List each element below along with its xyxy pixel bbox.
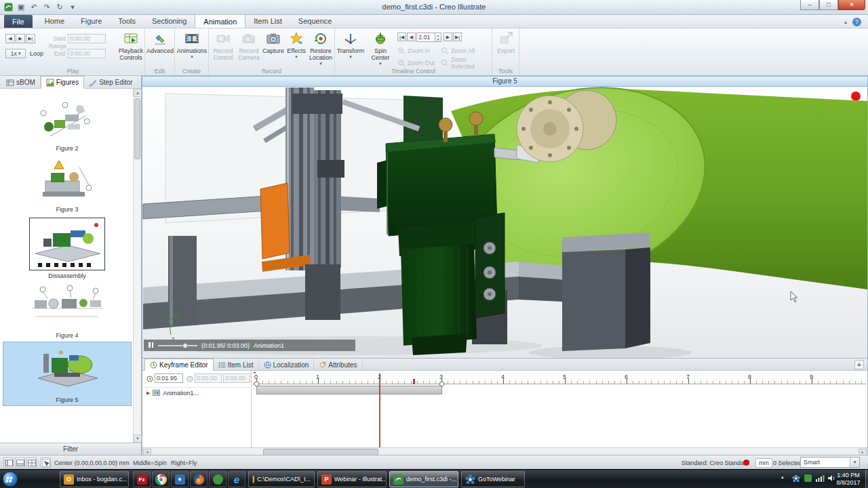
- animation-track-row[interactable]: ▶ Animation1...: [142, 387, 252, 398]
- pedestal[interactable]: [562, 232, 650, 351]
- tab-sectioning[interactable]: Sectioning: [144, 14, 195, 28]
- tab-figure[interactable]: Figure: [73, 14, 110, 28]
- playbar-slider[interactable]: [158, 345, 197, 346]
- effects-button[interactable]: Effects ▾: [283, 30, 309, 59]
- redo-icon[interactable]: ↷: [41, 1, 52, 12]
- scrollbar-thumb[interactable]: [134, 98, 140, 159]
- scroll-up-icon[interactable]: ▲: [134, 89, 142, 97]
- 3d-scene[interactable]: x z: [142, 87, 867, 358]
- maximize-button[interactable]: □: [819, 0, 838, 10]
- tab-keyframe-editor[interactable]: Keyframe Editor: [144, 359, 214, 371]
- start-time-field[interactable]: 0:00.00: [68, 34, 106, 43]
- transform-button[interactable]: Transform ▾: [336, 30, 365, 59]
- qat-customize-icon[interactable]: ▾: [67, 1, 78, 12]
- units-badge[interactable]: mm: [755, 458, 772, 468]
- tab-item-list[interactable]: Item List: [245, 14, 290, 28]
- tray-expand-icon[interactable]: ▴: [781, 474, 784, 480]
- tab-attributes[interactable]: Attributes: [314, 359, 362, 371]
- taskbar-icon-blue-app[interactable]: ●: [171, 471, 189, 487]
- taskbar-icon-ie[interactable]: e: [228, 471, 245, 487]
- add-tab-button[interactable]: +: [854, 360, 864, 369]
- layout-grid-icon[interactable]: [26, 458, 37, 468]
- start-button[interactable]: [2, 471, 18, 488]
- figure-item-5[interactable]: Figure 5: [3, 342, 132, 406]
- timeline-time-field[interactable]: 2.01: [416, 33, 435, 42]
- step-forward-button[interactable]: ▶|: [26, 34, 35, 43]
- collapse-ribbon-icon[interactable]: ▴: [844, 19, 847, 25]
- taskbar-icon-filezilla[interactable]: Fz: [133, 471, 151, 487]
- keyframe-marker[interactable]: [413, 379, 415, 384]
- tab-file[interactable]: File: [4, 15, 33, 28]
- taskbar-icon-chrome[interactable]: [152, 471, 170, 487]
- selection-filter-dropdown[interactable]: Smart ▾: [800, 457, 860, 468]
- timeline-next-button[interactable]: ▶: [443, 33, 452, 41]
- spin-center-button[interactable]: Spin Center ▾: [366, 30, 395, 66]
- step-back-button[interactable]: ◀: [5, 34, 15, 43]
- speed-dropdown[interactable]: 1x ▾: [5, 49, 26, 58]
- advanced-button[interactable]: Advanced: [147, 30, 173, 54]
- taskbar-button-outlook[interactable]: O Inbox - bogdan.c...: [60, 471, 129, 487]
- layout-left-panel-icon[interactable]: [3, 458, 14, 468]
- current-time-field[interactable]: 0:01.95: [155, 373, 183, 383]
- range-start-field[interactable]: 0:00.00: [195, 373, 222, 383]
- timeline-first-button[interactable]: |◀: [397, 33, 406, 41]
- record-camera-button[interactable]: Record Camera: [236, 30, 262, 61]
- end-time-field[interactable]: 0:00.00: [68, 49, 106, 58]
- taskbar-button-creo[interactable]: demo_first.c3di -...: [389, 471, 458, 487]
- time-spinner[interactable]: ▴▾: [435, 33, 441, 42]
- timeline-ruler[interactable]: 0 1 2 3 4 5 6 7 8 9: [253, 373, 866, 384]
- timeline-last-button[interactable]: ▶|: [453, 33, 462, 41]
- zoom-all-button[interactable]: Zoom All: [441, 45, 475, 56]
- taskbar-clock[interactable]: 1:40 PM 8/8/2017: [833, 472, 864, 487]
- figure-item-2[interactable]: Figure 2: [3, 95, 132, 154]
- record-control-button[interactable]: Record Control: [210, 30, 236, 61]
- timeline-playhead[interactable]: [379, 373, 380, 447]
- tab-sequence[interactable]: Sequence: [290, 14, 340, 28]
- playback-controls-button[interactable]: Playback Controls: [118, 30, 144, 61]
- tab-item-list-panel[interactable]: Item List: [214, 359, 259, 371]
- tab-localization[interactable]: Localization: [259, 359, 315, 371]
- close-button[interactable]: ✕: [838, 0, 865, 10]
- restore-location-button[interactable]: Restore Location ▾: [307, 30, 335, 66]
- export-button[interactable]: Export: [493, 30, 519, 54]
- selection-box-icon[interactable]: [41, 458, 51, 468]
- animations-button[interactable]: Animations ▾: [179, 30, 205, 59]
- playbar-slider-handle[interactable]: [182, 343, 188, 348]
- zoom-selected-button[interactable]: Zoom Selected: [441, 58, 492, 68]
- zoom-in-button[interactable]: Zoom In: [397, 45, 430, 56]
- minimize-button[interactable]: –: [800, 0, 819, 10]
- range-end-field[interactable]: 0:00.00: [223, 373, 250, 383]
- tab-animation[interactable]: Animation: [195, 14, 245, 28]
- figure-item-disassembly[interactable]: Dissassembly: [3, 216, 132, 281]
- scroll-down-icon[interactable]: ▼: [134, 434, 142, 443]
- animation-duration-bar[interactable]: [256, 386, 442, 394]
- pause-button[interactable]: [148, 342, 154, 349]
- filter-bar[interactable]: Filter: [0, 443, 141, 455]
- window-menu-icon[interactable]: ▣: [16, 1, 26, 12]
- undo-icon[interactable]: ↶: [28, 1, 39, 12]
- range-label[interactable]: Range: [49, 43, 67, 49]
- taskbar-icon-firefox[interactable]: [190, 471, 208, 487]
- show-desktop-button[interactable]: [865, 470, 868, 488]
- taskbar-button-gotowebinar[interactable]: GoToWebinar: [461, 471, 525, 487]
- figure-item-3[interactable]: Figure 3: [3, 156, 132, 215]
- tab-figures[interactable]: Figures: [41, 76, 84, 89]
- sidebar-scrollbar[interactable]: ▲ ▼: [133, 89, 141, 443]
- expand-track-icon[interactable]: ▶: [146, 390, 150, 396]
- tab-home[interactable]: Home: [37, 14, 73, 28]
- tab-step-editor[interactable]: Step Editor: [84, 76, 138, 89]
- tab-sbom[interactable]: sBOM: [1, 76, 41, 89]
- tab-tools[interactable]: Tools: [110, 14, 144, 28]
- capture-button[interactable]: Capture: [260, 30, 286, 54]
- figure-item-4[interactable]: Figure 4: [3, 279, 132, 341]
- tray-gotowebinar-icon[interactable]: [792, 474, 800, 483]
- help-icon[interactable]: ?: [852, 18, 861, 26]
- refresh-icon[interactable]: ↻: [54, 1, 65, 12]
- play-button[interactable]: ▶: [16, 34, 25, 43]
- timeline-prev-button[interactable]: ◀: [407, 33, 416, 41]
- zoom-out-button[interactable]: Zoom Out: [397, 58, 435, 68]
- record-status-icon[interactable]: [743, 460, 749, 466]
- app-icon[interactable]: [3, 1, 14, 12]
- tray-creo-icon[interactable]: [804, 474, 812, 482]
- taskbar-icon-green-app[interactable]: [209, 471, 226, 487]
